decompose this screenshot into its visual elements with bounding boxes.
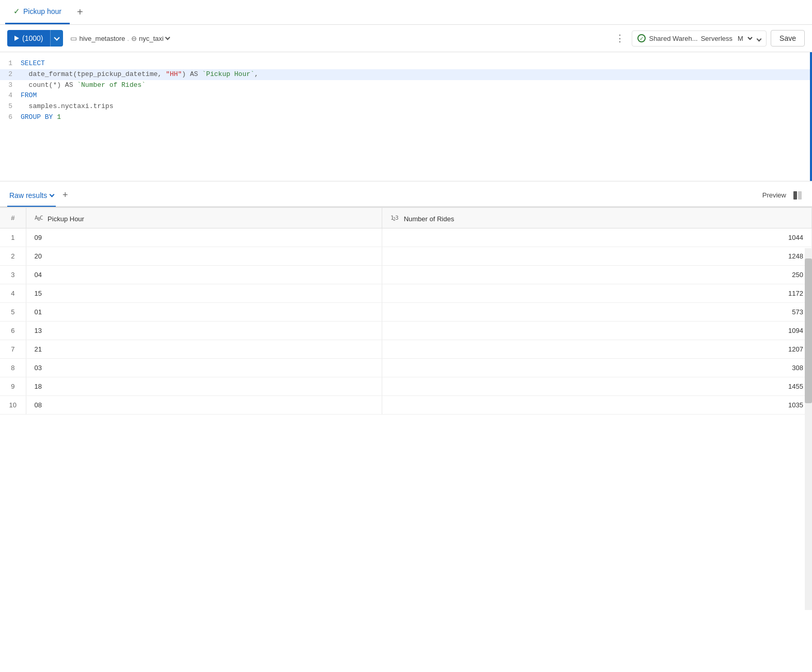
line-content-1: SELECT <box>21 58 45 69</box>
results-table: # A B C Pickup Hour 1 <box>0 207 812 415</box>
table-row: 7 21 1207 <box>0 340 812 358</box>
table-row: 8 03 308 <box>0 358 812 377</box>
run-dropdown-button[interactable] <box>50 30 63 47</box>
cell-pickup-hour: 01 <box>26 302 382 321</box>
warehouse-status-icon: ✓ <box>637 34 646 42</box>
result-tab-label: Raw results <box>9 191 47 200</box>
warehouse-chevron-icon <box>757 35 761 42</box>
cell-row-num: 9 <box>0 377 26 395</box>
result-tabs: Raw results + Preview <box>0 185 812 207</box>
string-col-icon: A B C <box>35 213 44 221</box>
svg-text:C: C <box>40 215 43 221</box>
num-col-icon: 1 2 3 <box>391 213 400 221</box>
line-number-6: 6 <box>0 112 21 123</box>
svg-text:3: 3 <box>395 215 399 221</box>
cell-row-num: 3 <box>0 265 26 284</box>
table-header-row: # A B C Pickup Hour 1 <box>0 207 812 228</box>
code-editor[interactable]: 1 SELECT 2 date_format(tpep_pickup_datet… <box>0 52 812 181</box>
cell-num-rides: 1094 <box>382 321 812 340</box>
code-line-2: 2 date_format(tpep_pickup_datetime, "HH"… <box>0 69 812 80</box>
svg-rect-0 <box>793 191 797 200</box>
cell-pickup-hour: 03 <box>26 358 382 377</box>
tab-bar: ✓ Pickup hour + <box>0 0 812 25</box>
line-number-4: 4 <box>0 90 21 101</box>
table-row: 3 04 250 <box>0 265 812 284</box>
cell-row-num: 7 <box>0 340 26 358</box>
col-header-num-rides[interactable]: 1 2 3 Number of Rides <box>382 207 812 228</box>
cell-pickup-hour: 09 <box>26 228 382 247</box>
cell-row-num: 1 <box>0 228 26 247</box>
line-number-2: 2 <box>0 69 21 80</box>
database-info: ▭ hive_metastore . ⊖ nyc_taxi <box>70 34 169 42</box>
cell-row-num: 8 <box>0 358 26 377</box>
cell-num-rides: 1172 <box>382 284 812 302</box>
code-line-6: 6 GROUP BY 1 <box>0 112 812 123</box>
cell-pickup-hour: 08 <box>26 395 382 414</box>
cell-row-num: 2 <box>0 247 26 265</box>
cell-num-rides: 250 <box>382 265 812 284</box>
run-button[interactable]: (1000) <box>7 30 50 47</box>
schema-label[interactable]: nyc_taxi <box>139 35 164 42</box>
run-button-group: (1000) <box>7 30 63 47</box>
database-icon: ▭ <box>70 34 77 42</box>
cell-num-rides: 1455 <box>382 377 812 395</box>
line-number-1: 1 <box>0 58 21 69</box>
result-tab-chevron-icon <box>50 192 55 197</box>
schema-chevron-icon[interactable] <box>165 35 170 40</box>
editor-scroll-indicator <box>810 52 812 181</box>
col-header-num: # <box>0 207 26 228</box>
more-options-button[interactable]: ⋮ <box>612 30 628 46</box>
table-row: 4 15 1172 <box>0 284 812 302</box>
warehouse-selector[interactable]: ✓ Shared Wareh... Serverless M S L XL <box>632 30 767 47</box>
result-tab-raw[interactable]: Raw results <box>7 185 56 207</box>
cell-pickup-hour: 04 <box>26 265 382 284</box>
cell-num-rides: 308 <box>382 358 812 377</box>
tab-label: Pickup hour <box>23 7 61 16</box>
warehouse-label: Shared Wareh... <box>649 35 697 42</box>
tab-pickup-hour[interactable]: ✓ Pickup hour <box>5 0 70 24</box>
chevron-down-icon <box>54 35 60 40</box>
cell-row-num: 6 <box>0 321 26 340</box>
line-content-2: date_format(tpep_pickup_datetime, "HH") … <box>21 69 258 80</box>
line-content-5: samples.nyctaxi.trips <box>21 101 113 112</box>
col-header-pickup-hour[interactable]: A B C Pickup Hour <box>26 207 382 228</box>
hive-metastore-label: hive_metastore <box>79 35 125 42</box>
cell-pickup-hour: 15 <box>26 284 382 302</box>
cell-pickup-hour: 13 <box>26 321 382 340</box>
db-separator: . <box>127 35 129 42</box>
code-line-5: 5 samples.nyctaxi.trips <box>0 101 812 112</box>
cell-num-rides: 1248 <box>382 247 812 265</box>
code-line-1: 1 SELECT <box>0 58 812 69</box>
line-content-4: FROM <box>21 90 37 101</box>
play-icon <box>14 36 19 41</box>
preview-button[interactable]: Preview <box>758 189 790 201</box>
table-row: 1 09 1044 <box>0 228 812 247</box>
tab-check-icon: ✓ <box>13 7 20 16</box>
cell-pickup-hour: 20 <box>26 247 382 265</box>
scrollbar[interactable] <box>805 248 812 415</box>
code-line-4: 4 FROM <box>0 90 812 101</box>
cell-num-rides: 1207 <box>382 340 812 358</box>
line-content-3: count(*) AS `Number of Rides` <box>21 80 146 91</box>
code-line-3: 3 count(*) AS `Number of Rides` <box>0 80 812 91</box>
tab-add-button[interactable]: + <box>72 4 88 21</box>
warehouse-size-select[interactable]: M S L XL <box>736 34 754 43</box>
line-content-6: GROUP BY 1 <box>21 112 61 123</box>
run-label: (1000) <box>22 34 43 42</box>
save-button[interactable]: Save <box>771 30 805 47</box>
result-tab-add-button[interactable]: + <box>58 188 72 203</box>
layout-icon[interactable] <box>790 188 805 203</box>
cell-pickup-hour: 18 <box>26 377 382 395</box>
cell-pickup-hour: 21 <box>26 340 382 358</box>
scrollbar-thumb[interactable] <box>805 258 812 403</box>
line-number-5: 5 <box>0 101 21 112</box>
cell-row-num: 5 <box>0 302 26 321</box>
table-row: 10 08 1035 <box>0 395 812 414</box>
cell-row-num: 4 <box>0 284 26 302</box>
table-row: 5 01 573 <box>0 302 812 321</box>
table-row: 2 20 1248 <box>0 247 812 265</box>
cell-row-num: 10 <box>0 395 26 414</box>
svg-rect-1 <box>798 191 802 200</box>
cell-num-rides: 1035 <box>382 395 812 414</box>
cell-num-rides: 573 <box>382 302 812 321</box>
